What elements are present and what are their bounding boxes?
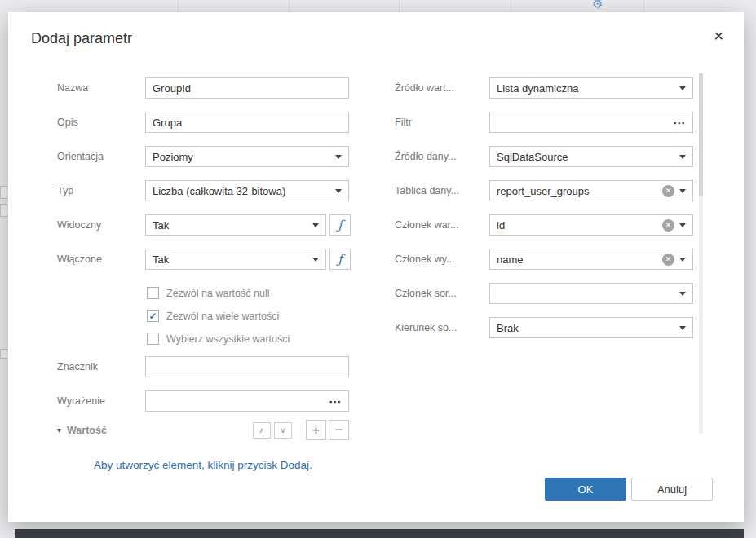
znacznik-input[interactable] [145,356,349,377]
scrollbar-thumb[interactable] [699,73,703,196]
orientacja-label: Orientacja [57,151,104,162]
background-artifact [0,349,7,359]
wlaczone-value: Tak [153,254,307,266]
czlonek-wyswietlany-label: Członek wy... [395,254,454,265]
chevron-down-icon [679,258,686,262]
background-gridline [399,0,400,12]
checkbox-box[interactable]: ✓ [147,287,159,299]
zrodlo-wartosci-select[interactable]: Lista dynamiczna [489,77,693,99]
background-gridline [289,0,290,12]
clear-icon[interactable]: ✕ [662,219,674,232]
chevron-down-icon [679,189,686,193]
move-up-button[interactable]: ∧ [253,422,271,439]
orientacja-select[interactable]: Poziomy [145,146,349,167]
close-icon[interactable]: ✕ [714,30,724,43]
checkbox-allow-multiple[interactable]: ✓ Zezwól na wiele wartości [147,310,279,322]
chevron-down-icon [335,189,342,193]
chevron-down-icon [679,292,686,296]
add-value-button[interactable]: + [306,420,326,440]
zrodlo-danych-label: Źródło dany... [395,151,457,162]
dialog-title: Dodaj parametr [31,30,132,47]
kierunek-sortowania-select[interactable]: Brak [489,317,693,338]
tablica-danych-label: Tablica dany... [395,185,459,196]
gear-icon[interactable]: ⚙ [592,0,603,10]
wyrazenie-input[interactable]: ⋯ [145,390,349,412]
zrodlo-wartosci-value: Lista dynamiczna [497,82,674,95]
chevron-down-icon [335,155,342,159]
czlonek-wartosci-label: Członek war... [395,219,459,231]
clear-icon[interactable]: ✕ [662,185,674,197]
chevron-down-icon [312,223,319,227]
tablica-danych-value: report_user_groups [497,185,657,197]
czlonek-wyswietlany-select[interactable]: name ✕ [489,249,693,270]
background-artifact [0,186,7,199]
chevron-down-icon [679,86,686,90]
background-artifact [0,204,7,217]
filtr-input[interactable]: ⋯ [489,112,693,133]
background-dark-bar [15,529,744,538]
opis-label: Opis [57,117,78,128]
wartosc-section-toggle[interactable]: ▾ Wartość [57,425,107,436]
kierunek-sortowania-label: Kierunek so... [395,322,457,333]
screen: { "icons": { "gear": "⚙", "close": "✕", … [0,0,756,538]
orientacja-value: Poziomy [153,151,330,163]
czlonek-sortowania-select[interactable] [489,283,693,304]
nazwa-input[interactable] [145,77,349,99]
checkbox-box[interactable]: ✓ [147,333,159,345]
opis-input[interactable] [145,112,349,133]
widoczny-select[interactable]: Tak [145,214,326,236]
filtr-label: Filtr [395,117,412,128]
chevron-down-icon [679,223,686,227]
background-gridline [511,0,511,12]
chevron-down-icon [679,155,686,159]
checkbox-allow-null[interactable]: ✓ Zezwól na wartość null [147,287,269,299]
znacznik-label: Znacznik [57,361,98,373]
checkbox-label: Wybierz wszystkie wartości [166,333,290,345]
nazwa-label: Nazwa [57,82,88,94]
typ-label: Typ [57,185,73,196]
background-gridline [178,0,179,12]
typ-value: Liczba (całkowita 32-bitowa) [153,185,330,197]
typ-select[interactable]: Liczba (całkowita 32-bitowa) [145,180,349,201]
scrollbar[interactable] [699,73,703,434]
ok-button[interactable]: OK [545,478,626,501]
wlaczone-fx-button[interactable]: ƒ [329,249,351,270]
chevron-down-icon [312,258,319,262]
wlaczone-label: Włączone [57,254,102,265]
hint-text: Aby utworzyć element, kliknij przycisk D… [94,459,312,471]
checkbox-box[interactable]: ✓ [147,310,159,322]
check-icon: ✓ [148,311,157,321]
background-gridline [643,0,644,12]
wyrazenie-label: Wyrażenie [57,395,105,407]
checkbox-select-all[interactable]: ✓ Wybierz wszystkie wartości [147,333,290,345]
checkbox-label: Zezwól na wartość null [166,288,269,299]
wartosc-label: Wartość [67,425,107,436]
ellipsis-button[interactable]: ⋯ [329,395,342,408]
move-down-button[interactable]: ∨ [274,422,292,439]
cancel-button[interactable]: Anuluj [631,478,713,501]
widoczny-fx-button[interactable]: ƒ [329,214,351,236]
zrodlo-danych-value: SqlDataSource [497,151,674,163]
czlonek-wartosci-value: id [497,219,657,232]
remove-value-button[interactable]: − [329,420,349,440]
czlonek-sortowania-label: Członek sor... [395,288,457,299]
czlonek-wyswietlany-value: name [497,254,657,266]
widoczny-value: Tak [153,219,307,232]
clear-icon[interactable]: ✕ [662,254,674,266]
collapse-icon: ▾ [57,426,61,434]
ellipsis-button[interactable]: ⋯ [673,117,686,129]
kierunek-sortowania-value: Brak [497,322,674,334]
chevron-down-icon [679,326,686,330]
widoczny-label: Widoczny [57,219,101,231]
tablica-danych-select[interactable]: report_user_groups ✕ [489,180,693,201]
wlaczone-select[interactable]: Tak [145,249,326,270]
add-parameter-dialog: Dodaj parametr ✕ Nazwa Opis Orientacja P… [8,12,744,522]
checkbox-label: Zezwól na wiele wartości [166,311,279,322]
zrodlo-wartosci-label: Źródło wart... [395,82,454,94]
czlonek-wartosci-select[interactable]: id ✕ [489,214,693,236]
zrodlo-danych-select[interactable]: SqlDataSource [489,146,693,167]
